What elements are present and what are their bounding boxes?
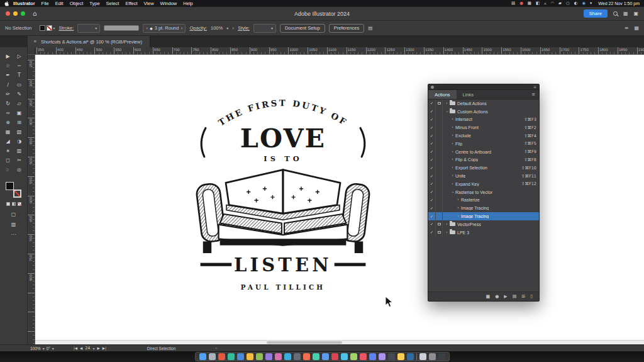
disclosure-right-icon[interactable]: › xyxy=(450,150,455,154)
dock-app-icon[interactable] xyxy=(237,353,244,360)
action-row[interactable]: ✓›Rasterise to Vector xyxy=(428,188,539,196)
action-row[interactable]: ✓›Flip & Copy⇧⌘F8 xyxy=(428,156,539,164)
actions-panel-header[interactable]: ≡ xyxy=(428,84,539,90)
gradient-button[interactable] xyxy=(12,202,16,206)
control-grid-icon[interactable]: ▦ xyxy=(634,25,639,31)
dialog-toggle[interactable] xyxy=(436,132,443,140)
dialog-toggle[interactable] xyxy=(436,212,443,220)
item-check-icon[interactable]: ✓ xyxy=(428,180,436,188)
zoom-window-button[interactable] xyxy=(21,11,25,16)
action-row[interactable]: ✓›Rasterize xyxy=(428,196,539,205)
symbol-sprayer-tool[interactable]: ∗ xyxy=(3,146,13,155)
workspace-switcher-icon[interactable]: ▦ xyxy=(623,11,628,16)
previous-artboard-button[interactable]: ◀ xyxy=(80,346,82,350)
width-tool[interactable]: ≈ xyxy=(3,108,13,117)
pen-tool[interactable]: ✒ xyxy=(3,71,13,79)
dock-app-icon[interactable] xyxy=(275,353,282,360)
menu-item-illustrator[interactable]: Illustrator xyxy=(10,1,38,6)
dialog-toggle[interactable] xyxy=(436,140,443,148)
dock-app-icon[interactable] xyxy=(438,353,445,360)
item-check-icon[interactable]: ✓ xyxy=(428,204,436,212)
action-row[interactable]: ✓›Flip⇧⌘F5 xyxy=(428,140,539,148)
menu-item-effect[interactable]: Effect xyxy=(122,1,140,6)
rotation-value[interactable]: 0° xyxy=(47,346,50,351)
disclosure-right-icon[interactable]: › xyxy=(455,206,461,210)
item-check-icon[interactable]: ✓ xyxy=(428,140,436,148)
item-check-icon[interactable]: ✓ xyxy=(428,123,436,132)
action-row[interactable]: ✓›Minus Front⇧⌘F2 xyxy=(428,123,539,132)
dock-app-icon[interactable] xyxy=(218,353,225,360)
draw-mode-icon[interactable]: ▢ xyxy=(11,212,16,217)
preferences-button[interactable]: Preferences xyxy=(329,24,364,33)
panel-header-menu-icon[interactable]: ≡ xyxy=(533,85,536,89)
item-check-icon[interactable]: ✓ xyxy=(428,196,436,205)
graph-tool[interactable]: ▥ xyxy=(14,146,24,155)
document-tab[interactable]: ✕ Shortcuts & Actions.ai* @ 100 % (RGB/P… xyxy=(28,36,150,47)
menu-item-view[interactable]: View xyxy=(140,1,157,6)
opacity-value[interactable]: 100% xyxy=(211,25,223,31)
opacity-link[interactable]: Opacity: xyxy=(189,25,207,31)
eyedropper-tool[interactable]: ◢ xyxy=(3,137,13,145)
record-dot-icon[interactable]: ● xyxy=(519,1,523,6)
dock-app-icon[interactable] xyxy=(341,353,348,360)
action-row[interactable]: ✓›LPE 3 xyxy=(428,229,539,237)
action-row[interactable]: ✓›Intersect⇧⌘F3 xyxy=(428,116,539,124)
menu-item-edit[interactable]: Edit xyxy=(52,1,67,6)
direct-selection-tool[interactable]: ▷ xyxy=(14,52,24,60)
dock-app-icon[interactable] xyxy=(247,353,253,360)
menu-item-select[interactable]: Select xyxy=(103,1,123,6)
item-check-icon[interactable]: ✓ xyxy=(428,156,436,164)
search-icon[interactable]: ○ xyxy=(566,1,570,6)
dock-app-icon[interactable] xyxy=(379,353,386,360)
rectangle-tool[interactable]: ▭ xyxy=(14,80,24,89)
first-artboard-button[interactable]: |◀ xyxy=(74,346,77,350)
action-row[interactable]: ✓›Custom Actions xyxy=(428,108,539,116)
close-tab-icon[interactable]: ✕ xyxy=(33,39,37,44)
artboard-tool[interactable]: ◻ xyxy=(3,156,13,164)
fill-swatch[interactable] xyxy=(40,25,45,31)
artboard-number[interactable]: 24 xyxy=(85,346,90,351)
control-menu-icon[interactable]: ≡ xyxy=(625,25,629,31)
arrange-windows-icon[interactable]: ▣ xyxy=(633,11,638,16)
logo-artwork[interactable]: THE FIRST DUTY OF LOVE IS TO xyxy=(189,91,377,299)
dialog-toggle[interactable] xyxy=(436,156,443,164)
mesh-tool[interactable]: ▦ xyxy=(3,127,13,136)
dock-app-icon[interactable] xyxy=(284,353,291,360)
stroke-profile-dropdown[interactable] xyxy=(104,25,139,31)
type-tool[interactable]: T xyxy=(14,71,24,79)
item-check-icon[interactable]: ✓ xyxy=(428,172,436,180)
shape-builder-tool[interactable]: ⊕ xyxy=(3,118,13,127)
dock-app-icon[interactable] xyxy=(322,353,329,360)
pencil-tool[interactable]: ✎ xyxy=(14,89,24,98)
menu-item-help[interactable]: Help xyxy=(180,1,196,6)
free-transform-tool[interactable]: ▣ xyxy=(14,108,24,117)
opacity-expand-icon[interactable]: › xyxy=(232,25,234,31)
sidecar-icon[interactable]: ◧ xyxy=(536,1,540,6)
slice-tool[interactable]: ✂ xyxy=(14,156,24,164)
disclosure-right-icon[interactable]: › xyxy=(450,174,455,178)
item-check-icon[interactable]: ✓ xyxy=(428,188,436,196)
disclosure-down-icon[interactable]: › xyxy=(450,189,455,195)
zoom-level[interactable]: 100% xyxy=(30,346,41,351)
menu-item-window[interactable]: Window xyxy=(157,1,180,6)
action-row[interactable]: ✓›Default Actions xyxy=(428,99,539,108)
minimize-window-button[interactable] xyxy=(13,11,18,16)
disclosure-down-icon[interactable]: › xyxy=(445,109,449,115)
align-options-icon[interactable]: ▤ xyxy=(368,25,372,31)
panel-menu-icon[interactable]: ≡ xyxy=(531,90,539,99)
opacity-caret-icon[interactable]: ▾ xyxy=(226,26,228,30)
action-row[interactable]: ✓›Expand Key⇧⌘F12 xyxy=(428,180,539,188)
gradient-tool[interactable]: ▧ xyxy=(14,127,24,136)
action-row[interactable]: ✓›Image Tracing xyxy=(428,212,539,220)
style-dropdown[interactable]: ▾ xyxy=(253,24,276,33)
disclosure-right-icon[interactable]: › xyxy=(450,142,455,146)
item-check-icon[interactable]: ✓ xyxy=(428,132,436,140)
zoom-caret-icon[interactable]: ▾ xyxy=(43,346,45,351)
document-setup-button[interactable]: Document Setup xyxy=(280,24,325,33)
menu-item-type[interactable]: Type xyxy=(86,1,103,6)
dock-app-icon[interactable] xyxy=(228,353,235,360)
disclosure-right-icon[interactable]: › xyxy=(450,157,455,162)
battery-icon[interactable]: ▰ xyxy=(558,1,562,6)
new-set-icon[interactable]: ▤ xyxy=(513,294,517,299)
dock-app-icon[interactable] xyxy=(331,353,338,360)
